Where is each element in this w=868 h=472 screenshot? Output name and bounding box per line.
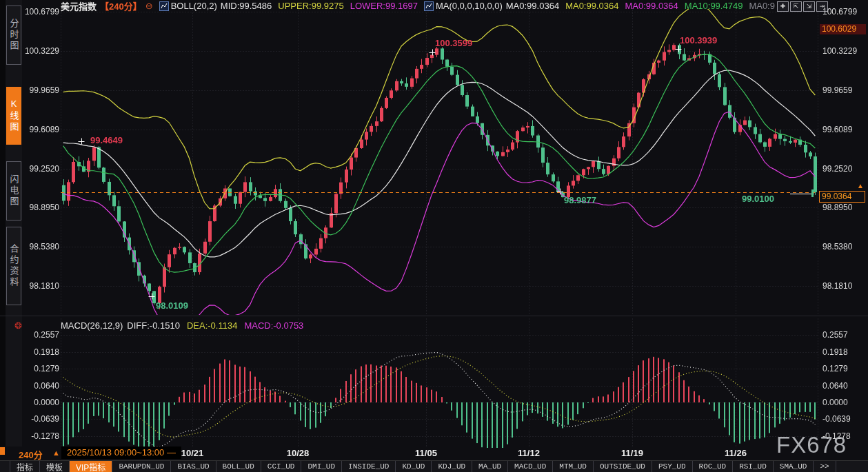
tab-kd_ud[interactable]: KD_UD [396,461,432,472]
boll-mid-value: MID:99.5486 [221,1,272,11]
tab-cci_ud[interactable]: CCI_UD [261,461,302,472]
chart-application: 分时图K线图闪电图合约资料 美元指数 【240分】 ⊖ BOLL(20,2) M… [0,0,868,472]
tab-[interactable]: >> [814,461,836,472]
price-axis-label: 98.1810 [822,281,852,291]
macd-label: MACD(26,12,9) [61,320,123,331]
x-axis-date-label: 10/21 [181,448,204,458]
macd-axis-label: 0.0000 [822,398,848,407]
macd-diff-value: DIFF:-0.1510 [127,320,180,331]
symbol-title: 美元指数 [61,0,97,12]
sidebar-item-4[interactable]: 合约资料 [6,227,21,305]
price-axis-label: 100.6799 [822,7,857,17]
boll-label: BOLL(20,2) [171,1,217,11]
x-axis-date-label: 11/12 [518,448,540,458]
macd-axis-label: 0.0640 [21,381,59,391]
macd-macd-value: MACD:-0.0753 [244,320,303,331]
price-axis-label: 98.5380 [822,242,852,252]
timeframe-label[interactable]: 240分 [19,448,43,461]
tab-roc_ud[interactable]: ROC_UD [693,461,734,472]
alert-icon[interactable]: ⊖ [145,1,153,11]
price-annotation: 98.0109 [156,300,188,311]
fit-horizontal-button[interactable]: ⇲ [803,1,815,12]
tab-mtm_ud[interactable]: MTM_UD [553,461,594,472]
timeframe-dropdown-icon[interactable]: ▲ [52,449,60,457]
boll-lower-value: LOWER:99.1697 [350,1,418,11]
tab-inside_ud[interactable]: INSIDE_UD [342,461,396,472]
price-annotation: 98.9877 [564,195,596,205]
price-axis-label: 99.6089 [21,125,59,134]
x-axis-date-label: 11/05 [415,448,437,458]
tab-ma_ud[interactable]: MA_UD [472,461,508,472]
tab-sma_ud[interactable]: SMA_UD [774,461,814,472]
price-up-arrow-icon: ▲ [857,182,864,189]
ma0-magenta-value: MA0:99.0364 [625,1,678,11]
x-axis-date-label: 11/26 [725,448,747,458]
indicator-tab-bar: 指标模板VIP指标BARUPDN_UDBIAS_UDBOLL_UDCCI_UDD… [0,460,868,472]
price-chart-canvas[interactable] [0,0,868,455]
last-price-badge: 99.0364 [819,191,865,203]
ma0-gray-value: MA0:9 [749,1,775,11]
price-annotation: 99.4649 [90,135,123,145]
pan-tool-button[interactable]: ✚ [777,1,789,12]
boll-upper-value: UPPER:99.9275 [278,1,343,11]
tab-macd_ud[interactable]: MACD_UD [508,461,553,472]
period-label[interactable]: 【240分】 [100,0,142,12]
price-annotation: 100.3599 [435,38,472,48]
sidebar-item-1[interactable]: 分时图 [6,6,21,65]
fit-vertical-button[interactable]: ⇱ [790,1,802,12]
tab-kdj_ud[interactable]: KDJ_UD [432,461,472,472]
macd-axis-label: 0.2557 [21,330,59,340]
price-annotation: 99.0100 [742,194,774,204]
macd-header: MACD(26,12,9) DIFF:-0.1510 DEA:-0.1134 M… [61,320,303,330]
chart-type-sidebar: 分时图K线图闪电图合约资料 [6,0,22,447]
macd-axis-label: 0.0640 [822,381,848,391]
corner-accent-top [0,447,5,455]
macd-axis-label: 0.2557 [822,330,848,340]
x-axis-date-label: 11/19 [621,448,643,458]
ma10-value: MA10:99.4749 [685,1,743,11]
macd-axis-label: -0.0639 [21,414,59,424]
tab-outside_ud[interactable]: OUTSIDE_UD [594,461,652,472]
price-axis-label: 100.3229 [21,46,59,56]
fx678-watermark: FX678 [776,432,847,458]
tab-dmi_ud[interactable]: DMI_UD [301,461,342,472]
panel-divider [0,316,868,316]
tab-boll_ud[interactable]: BOLL_UD [216,461,261,472]
macd-settings-icon[interactable]: ❂ [14,320,22,331]
ma-indicator-icon[interactable] [424,1,434,11]
tab-barupdn_ud[interactable]: BARUPDN_UD [112,461,171,472]
boll-indicator-icon[interactable] [159,1,169,11]
price-axis-label: 98.5380 [21,242,59,252]
ma0-yellow-value: MA0:99.0364 [565,1,618,11]
indicator-header: 美元指数 【240分】 ⊖ BOLL(20,2) MID:99.5486 UPP… [61,1,775,11]
price-axis-label: 100.6799 [21,7,59,17]
price-annotation: 100.3939 [680,35,717,45]
tab-[interactable]: 模板 [40,461,70,472]
ma-label: MA(0,0,0,10,0,0) [436,1,503,11]
price-axis-label: 99.9659 [822,85,852,95]
price-axis-label: 99.9659 [21,85,59,95]
macd-axis-label: 0.1918 [21,347,59,357]
price-axis-label: 98.8950 [21,203,59,212]
price-axis-label: 100.3229 [822,46,857,56]
tab-vip[interactable]: VIP指标 [70,461,112,472]
status-bar: 240分 ▲ 2025/10/13 09:00~13:00 — 10/2110/… [0,447,868,460]
tab-[interactable]: 指标 [10,461,40,472]
x-axis-date-label: 10/28 [287,448,310,458]
tab-psy_ud[interactable]: PSY_UD [652,461,693,472]
tab-bias_ud[interactable]: BIAS_UD [171,461,216,472]
sidebar-item-3[interactable]: 闪电图 [6,161,21,220]
chart-toolbar: ✚ ⇱ ⇲ ⇥ [777,1,828,12]
macd-axis-label: 0.0000 [21,398,59,407]
date-range-box[interactable]: 2025/10/13 09:00~13:00 — [61,447,181,459]
price-axis-label: 98.1810 [21,281,59,291]
sidebar-item-2[interactable]: K线图 [6,87,21,145]
macd-axis-label: 0.1918 [822,347,848,357]
price-axis-label: 99.6089 [822,125,852,134]
tab-rsi_ud[interactable]: RSI_UD [733,461,774,472]
price-axis-label: 99.2520 [21,164,59,174]
macd-dea-value: DEA:-0.1134 [187,320,237,331]
high-price-badge: 100.6029 [820,24,866,34]
macd-axis-label: -0.0639 [822,414,851,424]
macd-axis-label: 0.1279 [822,364,848,373]
